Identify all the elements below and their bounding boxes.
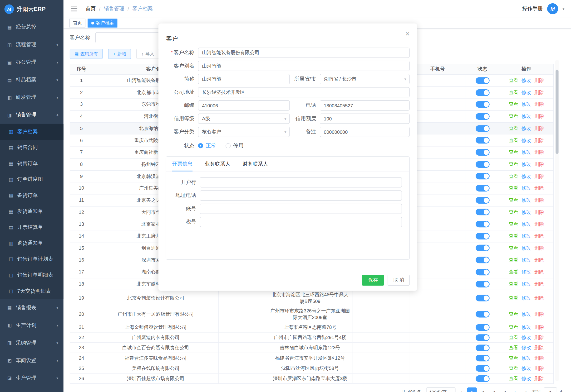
- view-tab[interactable]: 首页: [69, 18, 85, 27]
- edit-link[interactable]: 修改: [522, 221, 531, 227]
- view-link[interactable]: 查看: [509, 113, 518, 120]
- menu-item[interactable]: ◧ 生产计划 ▾: [0, 317, 63, 334]
- status-toggle[interactable]: [475, 125, 489, 132]
- delete-link[interactable]: 删除: [534, 125, 544, 132]
- view-link[interactable]: 查看: [509, 149, 518, 156]
- customer-category-select[interactable]: 核心客户 ▾: [198, 127, 289, 137]
- page-number[interactable]: 2: [478, 388, 487, 392]
- view-link[interactable]: 查看: [509, 345, 518, 351]
- view-link[interactable]: 查看: [509, 185, 518, 192]
- status-toggle[interactable]: [475, 334, 489, 341]
- view-link[interactable]: 查看: [509, 257, 518, 263]
- submenu-item[interactable]: ▥ 客户档案: [0, 124, 63, 140]
- delete-link[interactable]: 删除: [534, 245, 544, 251]
- edit-link[interactable]: 修改: [522, 324, 531, 330]
- menu-item[interactable]: ▦ 经营总控 ▾: [0, 18, 63, 36]
- status-toggle[interactable]: [475, 77, 489, 84]
- delete-link[interactable]: 删除: [534, 161, 544, 168]
- save-button[interactable]: 保存: [362, 275, 384, 286]
- delete-link[interactable]: 删除: [534, 311, 544, 317]
- credit-level-select[interactable]: A级 ▾: [198, 113, 289, 124]
- short-name-input[interactable]: [198, 74, 289, 84]
- scrollbar-thumb[interactable]: [556, 70, 558, 154]
- view-link[interactable]: 查看: [509, 209, 518, 215]
- telephone-input[interactable]: [320, 100, 410, 111]
- view-link[interactable]: 查看: [509, 269, 518, 275]
- view-link[interactable]: 查看: [509, 125, 518, 132]
- invoice-field-input[interactable]: [200, 217, 402, 227]
- edit-link[interactable]: 修改: [522, 365, 531, 372]
- view-link[interactable]: 查看: [509, 355, 518, 361]
- edit-link[interactable]: 修改: [522, 233, 531, 239]
- close-icon[interactable]: ×: [406, 30, 410, 37]
- status-toggle[interactable]: [475, 269, 489, 275]
- edit-link[interactable]: 修改: [522, 125, 531, 132]
- status-toggle[interactable]: [475, 137, 489, 144]
- menu-item[interactable]: ◨ 采购管理 ▾: [0, 334, 63, 352]
- breadcrumb-home[interactable]: 首页: [85, 5, 96, 12]
- edit-link[interactable]: 修改: [522, 89, 531, 96]
- edit-link[interactable]: 修改: [522, 77, 531, 84]
- status-toggle[interactable]: [475, 245, 489, 251]
- delete-link[interactable]: 删除: [534, 77, 544, 84]
- user-avatar[interactable]: M: [547, 3, 558, 14]
- edit-link[interactable]: 修改: [522, 355, 531, 361]
- import-button[interactable]: ↑ 导入: [136, 49, 159, 59]
- view-link[interactable]: 查看: [509, 161, 518, 168]
- page-size-select[interactable]: 100条/页 ▾: [426, 388, 456, 392]
- edit-link[interactable]: 修改: [522, 185, 531, 192]
- edit-link[interactable]: 修改: [522, 149, 531, 156]
- submenu-item[interactable]: ▦ 销售订单: [0, 156, 63, 171]
- dialog-tab[interactable]: 业务联系人: [205, 157, 230, 171]
- edit-link[interactable]: 修改: [522, 197, 531, 203]
- add-button[interactable]: + 新增: [108, 49, 131, 59]
- invoice-field-input[interactable]: [200, 177, 402, 187]
- view-link[interactable]: 查看: [509, 334, 518, 341]
- menu-item[interactable]: ◩ 车间设置 ▾: [0, 352, 63, 369]
- delete-link[interactable]: 删除: [534, 89, 544, 96]
- delete-link[interactable]: 删除: [534, 209, 544, 215]
- submenu-item[interactable]: ▤ 销售合同: [0, 140, 63, 156]
- delete-link[interactable]: 删除: [534, 173, 544, 179]
- edit-link[interactable]: 修改: [522, 101, 531, 108]
- delete-link[interactable]: 删除: [534, 334, 544, 341]
- edit-link[interactable]: 修改: [522, 173, 531, 179]
- edit-link[interactable]: 修改: [522, 375, 531, 382]
- delete-link[interactable]: 删除: [534, 375, 544, 382]
- delete-link[interactable]: 删除: [534, 113, 544, 120]
- invoice-field-input[interactable]: [200, 204, 402, 214]
- goto-page-input[interactable]: [544, 388, 557, 392]
- edit-link[interactable]: 修改: [522, 269, 531, 275]
- view-link[interactable]: 查看: [509, 295, 518, 301]
- invoice-field-input[interactable]: [200, 191, 402, 201]
- next-page-button[interactable]: ›: [525, 389, 527, 392]
- status-toggle[interactable]: [475, 355, 489, 361]
- edit-link[interactable]: 修改: [522, 311, 531, 317]
- view-link[interactable]: 查看: [509, 77, 518, 84]
- menu-item[interactable]: ▦ 销售报表 ▾: [0, 299, 63, 317]
- delete-link[interactable]: 删除: [534, 345, 544, 351]
- status-toggle[interactable]: [475, 375, 489, 382]
- delete-link[interactable]: 删除: [534, 324, 544, 330]
- submenu-item[interactable]: ▨ 备货订单: [0, 187, 63, 203]
- view-link[interactable]: 查看: [509, 197, 518, 203]
- breadcrumb-level1[interactable]: 销售管理: [104, 5, 124, 12]
- caret-down-icon[interactable]: ▾: [562, 7, 564, 11]
- status-toggle[interactable]: [475, 345, 489, 351]
- status-toggle[interactable]: [475, 295, 489, 301]
- view-link[interactable]: 查看: [509, 221, 518, 227]
- status-toggle[interactable]: [475, 101, 489, 108]
- status-toggle[interactable]: [475, 89, 489, 96]
- status-toggle[interactable]: [475, 161, 489, 168]
- view-link[interactable]: 查看: [509, 173, 518, 179]
- edit-link[interactable]: 修改: [522, 245, 531, 251]
- delete-link[interactable]: 删除: [534, 233, 544, 239]
- status-toggle[interactable]: [475, 185, 489, 192]
- manual-link[interactable]: 操作手册: [522, 5, 543, 12]
- status-toggle[interactable]: [475, 209, 489, 215]
- delete-link[interactable]: 删除: [534, 149, 544, 156]
- edit-link[interactable]: 修改: [522, 334, 531, 341]
- status-toggle[interactable]: [475, 281, 489, 287]
- status-toggle[interactable]: [475, 197, 489, 204]
- remark-input[interactable]: [320, 127, 410, 137]
